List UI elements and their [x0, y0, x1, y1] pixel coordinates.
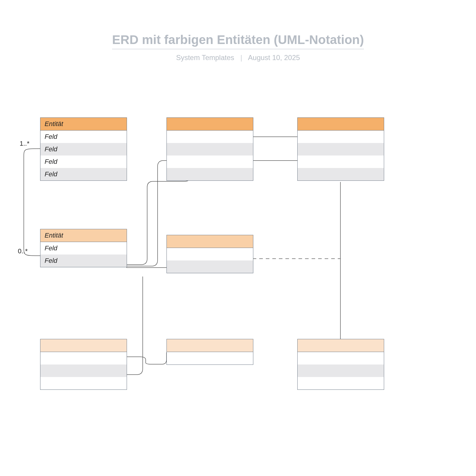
entity-e2[interactable]: EntitätFeldFeld	[40, 229, 127, 267]
entity-field	[40, 365, 127, 377]
diagram-canvas: ERD mit farbigen Entitäten (UML-Notation…	[0, 0, 476, 476]
connector-e1-e2-loop	[24, 149, 40, 256]
entity-header	[167, 235, 253, 248]
entity-field: Feld	[40, 131, 127, 143]
entity-header	[40, 339, 127, 352]
connector-e6-e7	[126, 352, 166, 364]
entity-e5[interactable]	[297, 117, 384, 181]
entity-e4[interactable]	[166, 235, 253, 273]
connector-e6-up	[126, 277, 143, 375]
meta-separator: |	[240, 54, 242, 62]
entity-field: Feld	[40, 168, 127, 180]
entity-field: Feld	[40, 155, 127, 168]
entity-field: Feld	[40, 242, 127, 255]
entity-field	[298, 365, 384, 377]
cardinality-top: 1..*	[20, 140, 29, 147]
entity-field	[167, 155, 253, 168]
entity-field	[167, 352, 253, 365]
diagram-author: System Templates	[176, 54, 234, 62]
entity-header: Entität	[40, 229, 127, 242]
entity-header: Entität	[40, 118, 127, 131]
entity-e1[interactable]: EntitätFeldFeldFeldFeld	[40, 117, 127, 181]
entity-e8[interactable]	[297, 339, 384, 390]
entity-field	[298, 131, 384, 143]
entity-field	[167, 260, 253, 273]
entity-field	[298, 155, 384, 168]
entity-field	[298, 352, 384, 365]
entity-field	[298, 377, 384, 389]
entity-field	[167, 131, 253, 143]
entity-field	[298, 143, 384, 155]
entity-header	[298, 339, 384, 352]
entity-field	[40, 352, 127, 365]
diagram-date: August 10, 2025	[248, 54, 300, 62]
diagram-title: ERD mit farbigen Entitäten (UML-Notation…	[112, 33, 364, 49]
entity-field: Feld	[40, 143, 127, 155]
entity-header	[167, 339, 253, 352]
entity-field	[167, 168, 253, 180]
entity-field	[40, 377, 127, 389]
diagram-meta: System Templates | August 10, 2025	[0, 54, 476, 62]
entity-field	[298, 168, 384, 180]
entity-e6[interactable]	[40, 339, 127, 390]
entity-field	[167, 143, 253, 155]
diagram-header: ERD mit farbigen Entitäten (UML-Notation…	[0, 33, 476, 62]
entity-e7[interactable]	[166, 339, 253, 365]
entity-field	[167, 248, 253, 260]
entity-header	[298, 118, 384, 131]
entity-field: Feld	[40, 255, 127, 267]
entity-header	[167, 118, 253, 131]
cardinality-bottom: 0..*	[18, 247, 28, 255]
entity-e3[interactable]	[166, 117, 253, 181]
